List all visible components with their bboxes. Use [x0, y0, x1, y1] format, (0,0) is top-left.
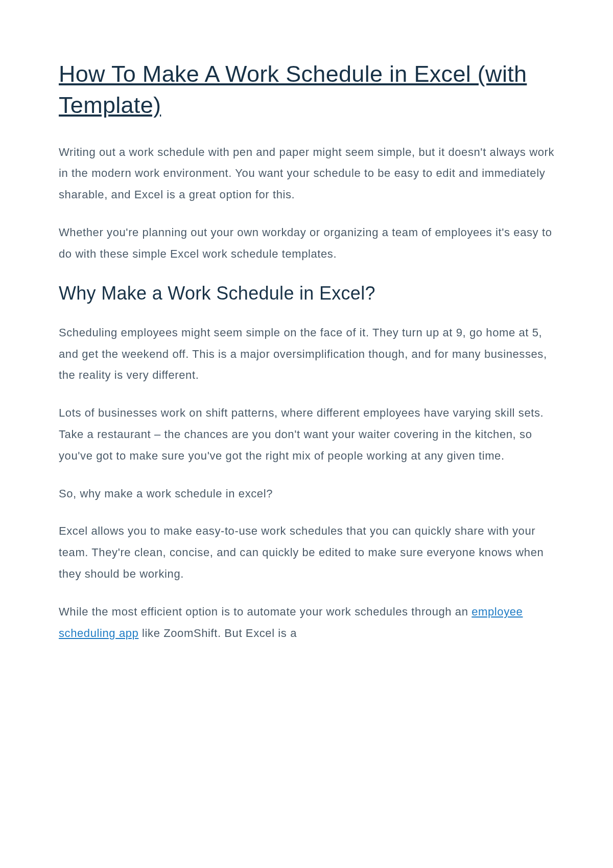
section-heading-why: Why Make a Work Schedule in Excel?: [59, 281, 554, 306]
body-paragraph-5-after: like ZoomShift. But Excel is a: [138, 627, 297, 639]
body-paragraph-1: Scheduling employees might seem simple o…: [59, 322, 554, 386]
body-paragraph-4: Excel allows you to make easy-to-use wor…: [59, 520, 554, 584]
body-paragraph-5-before: While the most efficient option is to au…: [59, 605, 471, 618]
intro-paragraph-2: Whether you're planning out your own wor…: [59, 222, 554, 265]
body-paragraph-2: Lots of businesses work on shift pattern…: [59, 402, 554, 466]
body-paragraph-3: So, why make a work schedule in excel?: [59, 483, 554, 505]
page-title: How To Make A Work Schedule in Excel (wi…: [59, 59, 554, 121]
intro-paragraph-1: Writing out a work schedule with pen and…: [59, 142, 554, 205]
body-paragraph-5: While the most efficient option is to au…: [59, 601, 554, 644]
